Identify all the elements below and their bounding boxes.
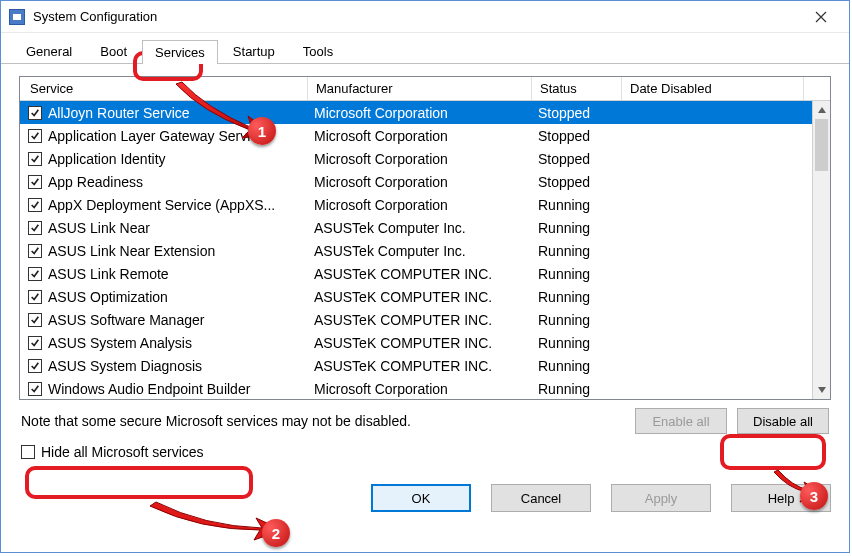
status-cell: Running xyxy=(532,266,622,282)
service-name: Windows Audio Endpoint Builder xyxy=(48,381,250,397)
status-cell: Stopped xyxy=(532,105,622,121)
table-header: Service Manufacturer Status Date Disable… xyxy=(20,77,830,101)
scroll-down-icon[interactable] xyxy=(813,381,830,399)
manufacturer-cell: ASUSTek Computer Inc. xyxy=(308,243,532,259)
service-name: ASUS Software Manager xyxy=(48,312,204,328)
service-name: App Readiness xyxy=(48,174,143,190)
service-name: Application Identity xyxy=(48,151,166,167)
service-name: ASUS System Diagnosis xyxy=(48,358,202,374)
row-checkbox[interactable] xyxy=(28,106,42,120)
manufacturer-cell: ASUSTeK COMPUTER INC. xyxy=(308,266,532,282)
col-status[interactable]: Status xyxy=(532,77,622,100)
titlebar: System Configuration xyxy=(1,1,849,33)
close-icon xyxy=(815,11,827,23)
col-manufacturer[interactable]: Manufacturer xyxy=(308,77,532,100)
manufacturer-cell: Microsoft Corporation xyxy=(308,197,532,213)
dialog-button-row: OK Cancel Apply Help xyxy=(1,474,849,526)
status-cell: Running xyxy=(532,312,622,328)
table-row[interactable]: ASUS Link Near ExtensionASUSTek Computer… xyxy=(20,239,830,262)
tab-boot[interactable]: Boot xyxy=(87,39,140,63)
row-checkbox[interactable] xyxy=(28,221,42,235)
row-checkbox[interactable] xyxy=(28,198,42,212)
manufacturer-cell: ASUSTek Computer Inc. xyxy=(308,220,532,236)
manufacturer-cell: Microsoft Corporation xyxy=(308,128,532,144)
service-name: AllJoyn Router Service xyxy=(48,105,190,121)
tab-general[interactable]: General xyxy=(13,39,85,63)
table-row[interactable]: ASUS Link RemoteASUSTeK COMPUTER INC.Run… xyxy=(20,262,830,285)
row-checkbox[interactable] xyxy=(28,382,42,396)
table-row[interactable]: AppX Deployment Service (AppXS...Microso… xyxy=(20,193,830,216)
content-area: Service Manufacturer Status Date Disable… xyxy=(1,64,849,474)
status-cell: Running xyxy=(532,335,622,351)
status-cell: Running xyxy=(532,220,622,236)
status-cell: Stopped xyxy=(532,151,622,167)
row-checkbox[interactable] xyxy=(28,359,42,373)
scroll-up-icon[interactable] xyxy=(813,101,830,119)
manufacturer-cell: Microsoft Corporation xyxy=(308,174,532,190)
scrollbar-thumb[interactable] xyxy=(815,119,828,171)
help-button[interactable]: Help xyxy=(731,484,831,512)
table-body: AllJoyn Router ServiceMicrosoft Corporat… xyxy=(20,101,830,400)
ok-button[interactable]: OK xyxy=(371,484,471,512)
service-name: Application Layer Gateway Service xyxy=(48,128,265,144)
status-cell: Stopped xyxy=(532,174,622,190)
service-name: ASUS Link Remote xyxy=(48,266,169,282)
table-row[interactable]: ASUS Software ManagerASUSTeK COMPUTER IN… xyxy=(20,308,830,331)
close-button[interactable] xyxy=(801,3,841,31)
disable-all-button[interactable]: Disable all xyxy=(737,408,829,434)
table-row[interactable]: ASUS System DiagnosisASUSTeK COMPUTER IN… xyxy=(20,354,830,377)
manufacturer-cell: Microsoft Corporation xyxy=(308,105,532,121)
row-checkbox[interactable] xyxy=(28,313,42,327)
manufacturer-cell: Microsoft Corporation xyxy=(308,381,532,397)
table-row[interactable]: AllJoyn Router ServiceMicrosoft Corporat… xyxy=(20,101,830,124)
manufacturer-cell: ASUSTeK COMPUTER INC. xyxy=(308,335,532,351)
row-checkbox[interactable] xyxy=(28,336,42,350)
table-row[interactable]: Application Layer Gateway ServiceMicroso… xyxy=(20,124,830,147)
manufacturer-cell: ASUSTeK COMPUTER INC. xyxy=(308,289,532,305)
hide-ms-services-label[interactable]: Hide all Microsoft services xyxy=(41,444,204,460)
table-row[interactable]: ASUS System AnalysisASUSTeK COMPUTER INC… xyxy=(20,331,830,354)
status-cell: Running xyxy=(532,381,622,397)
service-name: ASUS Optimization xyxy=(48,289,168,305)
service-name: ASUS Link Near xyxy=(48,220,150,236)
row-checkbox[interactable] xyxy=(28,267,42,281)
table-row[interactable]: ASUS Link NearASUSTek Computer Inc.Runni… xyxy=(20,216,830,239)
status-cell: Running xyxy=(532,358,622,374)
services-table: Service Manufacturer Status Date Disable… xyxy=(19,76,831,400)
tab-startup[interactable]: Startup xyxy=(220,39,288,63)
hide-ms-services-row: Hide all Microsoft services xyxy=(19,438,831,466)
status-cell: Running xyxy=(532,197,622,213)
hide-ms-services-checkbox[interactable] xyxy=(21,445,35,459)
manufacturer-cell: Microsoft Corporation xyxy=(308,151,532,167)
tab-services[interactable]: Services xyxy=(142,40,218,64)
vertical-scrollbar[interactable] xyxy=(812,101,830,399)
table-row[interactable]: Windows Audio Endpoint BuilderMicrosoft … xyxy=(20,377,830,400)
enable-all-button[interactable]: Enable all xyxy=(635,408,727,434)
window-title: System Configuration xyxy=(33,9,801,24)
service-name: ASUS Link Near Extension xyxy=(48,243,215,259)
status-cell: Stopped xyxy=(532,128,622,144)
cancel-button[interactable]: Cancel xyxy=(491,484,591,512)
app-icon xyxy=(9,9,25,25)
system-configuration-window: System Configuration General Boot Servic… xyxy=(0,0,850,553)
row-checkbox[interactable] xyxy=(28,129,42,143)
note-text: Note that some secure Microsoft services… xyxy=(21,413,625,429)
tab-strip: General Boot Services Startup Tools xyxy=(1,33,849,64)
row-checkbox[interactable] xyxy=(28,175,42,189)
tab-tools[interactable]: Tools xyxy=(290,39,346,63)
status-cell: Running xyxy=(532,243,622,259)
table-row[interactable]: App ReadinessMicrosoft CorporationStoppe… xyxy=(20,170,830,193)
row-checkbox[interactable] xyxy=(28,244,42,258)
note-row: Note that some secure Microsoft services… xyxy=(19,400,831,438)
col-date-disabled[interactable]: Date Disabled xyxy=(622,77,804,100)
manufacturer-cell: ASUSTeK COMPUTER INC. xyxy=(308,312,532,328)
manufacturer-cell: ASUSTeK COMPUTER INC. xyxy=(308,358,532,374)
apply-button[interactable]: Apply xyxy=(611,484,711,512)
table-row[interactable]: Application IdentityMicrosoft Corporatio… xyxy=(20,147,830,170)
service-name: ASUS System Analysis xyxy=(48,335,192,351)
status-cell: Running xyxy=(532,289,622,305)
table-row[interactable]: ASUS OptimizationASUSTeK COMPUTER INC.Ru… xyxy=(20,285,830,308)
row-checkbox[interactable] xyxy=(28,290,42,304)
col-service[interactable]: Service xyxy=(20,77,308,100)
row-checkbox[interactable] xyxy=(28,152,42,166)
